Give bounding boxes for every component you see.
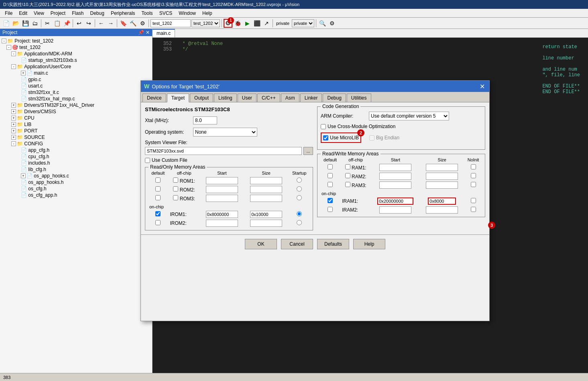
rw-ram2-size[interactable] xyxy=(426,173,458,180)
tab-asm[interactable]: Asm xyxy=(281,94,299,102)
ro-irom2-default-cb[interactable] xyxy=(155,220,161,225)
ro-rom2-offchip-cb[interactable] xyxy=(173,186,178,192)
cut-btn[interactable]: ✂ xyxy=(43,19,52,28)
expand-config[interactable]: - xyxy=(11,141,16,146)
custom-file-checkbox[interactable] xyxy=(145,158,150,163)
tab-output[interactable]: Output xyxy=(190,94,213,102)
menu-tools[interactable]: Tools xyxy=(138,10,156,17)
private-dropdown[interactable]: private xyxy=(292,19,314,27)
bigendian-cb[interactable] xyxy=(369,135,374,141)
rw-ram1-start[interactable] xyxy=(379,164,411,171)
stop-btn[interactable]: ⬛ xyxy=(252,19,261,28)
ro-irom2-size[interactable] xyxy=(250,220,282,227)
tree-file-gpioc[interactable]: 📄 gpio.c xyxy=(2,76,151,83)
ro-rom1-offchip-cb[interactable] xyxy=(173,177,178,183)
menu-svcs[interactable]: SVCS xyxy=(156,10,176,17)
target-dropdown[interactable]: test_1202 xyxy=(191,19,220,27)
tree-folder-source[interactable]: + 📁 SOURCE xyxy=(2,134,151,141)
expand-source[interactable]: + xyxy=(11,135,16,140)
search-btn[interactable]: 🔍 xyxy=(318,19,327,28)
rw-iram2-default-cb[interactable] xyxy=(328,207,333,212)
expand-port[interactable]: + xyxy=(11,128,16,133)
dialog-close-btn[interactable]: ✕ xyxy=(478,82,486,90)
save-all-btn[interactable]: 🗂 xyxy=(31,19,39,28)
tree-file-oscfg[interactable]: 📄 os_cfg.h xyxy=(2,185,151,192)
options-target-btn[interactable]: ⚙ 1 xyxy=(224,19,232,28)
copy-btn[interactable]: 📋 xyxy=(53,19,61,28)
rw-ram2-start[interactable] xyxy=(379,173,411,180)
tree-folder-config[interactable]: - 📁 CONFIG xyxy=(2,141,151,147)
tab-device[interactable]: Device xyxy=(142,94,166,102)
ro-irom1-size[interactable] xyxy=(250,211,282,218)
tree-area[interactable]: - 📁 Project: test_1202 - 🎯 test_1202 - 📁… xyxy=(0,36,152,380)
new-file-btn[interactable]: 📄 xyxy=(2,19,10,28)
xtal-input[interactable] xyxy=(193,116,217,124)
step-btn[interactable]: ↗ xyxy=(262,19,271,28)
cross-module-cb[interactable] xyxy=(321,124,326,129)
tree-file-osapphooksh[interactable]: 📄 os_app_hooks.h xyxy=(2,179,151,185)
expand-lib[interactable]: + xyxy=(11,122,16,127)
rw-iram1-noinit[interactable] xyxy=(471,198,476,203)
tree-file-mainc[interactable]: + 📄 main.c xyxy=(2,70,151,76)
tab-debug[interactable]: Debug xyxy=(323,94,346,102)
rw-ram3-size[interactable] xyxy=(426,181,458,189)
panel-pin[interactable]: 📌 xyxy=(138,30,144,35)
tree-file-stm32msp[interactable]: 📄 stm32f1xx_hal_msp.c xyxy=(2,96,151,102)
run-btn[interactable]: ▶ xyxy=(243,19,252,28)
tree-root[interactable]: - 📁 Project: test_1202 xyxy=(2,38,151,44)
ro-irom2-startup[interactable] xyxy=(297,220,302,225)
save-btn[interactable]: 💾 xyxy=(21,19,30,28)
tree-folder-cmsis[interactable]: + 📁 Drivers/CMSIS xyxy=(2,108,151,115)
project-name-input[interactable] xyxy=(151,19,191,27)
redo-btn[interactable]: ↪ xyxy=(84,19,93,28)
rw-iram2-start[interactable] xyxy=(379,206,411,214)
tree-folder-cpu[interactable]: + 📁 CPU xyxy=(2,115,151,121)
expand-usercore[interactable]: - xyxy=(11,64,16,69)
menu-view[interactable]: View xyxy=(31,10,47,17)
rw-iram2-size[interactable] xyxy=(426,206,458,214)
undo-btn[interactable]: ↩ xyxy=(75,19,83,28)
tree-file-libcfg[interactable]: 📄 lib_cfg.h xyxy=(2,166,151,173)
ro-irom1-startup[interactable] xyxy=(297,211,302,216)
tree-file-oscfgapp[interactable]: 📄 os_cfg_app.h xyxy=(2,192,151,198)
expand-mainc[interactable]: + xyxy=(21,71,26,75)
rw-iram2-noinit[interactable] xyxy=(471,207,476,212)
tab-user[interactable]: User xyxy=(238,94,256,102)
tree-target[interactable]: - 🎯 test_1202 xyxy=(2,44,151,51)
svf-input[interactable] xyxy=(145,147,302,155)
rw-iram1-size[interactable] xyxy=(428,198,456,205)
cancel-button[interactable]: Cancel xyxy=(281,239,313,249)
settings-btn[interactable]: ⚙ xyxy=(328,19,336,28)
expand-hal[interactable]: + xyxy=(11,103,16,108)
ro-rom3-offchip-cb[interactable] xyxy=(173,195,178,200)
expand-mdk[interactable]: - xyxy=(11,51,16,56)
open-btn[interactable]: 📂 xyxy=(11,19,20,28)
tree-folder-mdk[interactable]: - 📁 Application/MDK-ARM xyxy=(2,51,151,57)
paste-btn[interactable]: 📌 xyxy=(62,19,71,28)
forward-btn[interactable]: → xyxy=(106,19,115,28)
tree-folder-usercore[interactable]: - 📁 Application/User/Core xyxy=(2,63,151,70)
svf-browse-btn[interactable]: ... xyxy=(303,147,313,155)
rw-iram1-start[interactable] xyxy=(377,198,413,205)
tab-cpp[interactable]: C/C++ xyxy=(257,94,280,102)
ro-irom2-start[interactable] xyxy=(206,220,238,227)
build-btn[interactable]: 🔨 xyxy=(128,19,137,28)
ro-rom1-size[interactable] xyxy=(250,177,282,184)
rw-ram3-offchip-cb[interactable] xyxy=(345,182,350,187)
rw-ram3-noinit[interactable] xyxy=(471,182,476,187)
back-btn[interactable]: ← xyxy=(97,19,106,28)
ro-rom1-start[interactable] xyxy=(206,177,238,184)
ro-irom1-default-cb[interactable] xyxy=(155,211,161,216)
rw-ram2-noinit[interactable] xyxy=(471,173,476,178)
tree-file-osapphooksc[interactable]: + 📄 os_app_hooks.c xyxy=(2,173,151,179)
rw-ram3-start[interactable] xyxy=(379,181,411,189)
expand-target[interactable]: - xyxy=(6,45,11,50)
tab-linker[interactable]: Linker xyxy=(300,94,322,102)
menu-debug[interactable]: Debug xyxy=(87,10,108,17)
menu-help[interactable]: Help xyxy=(199,10,216,17)
microlib-cb[interactable] xyxy=(323,135,328,141)
menu-edit[interactable]: Edit xyxy=(16,10,31,17)
menu-project[interactable]: Project xyxy=(47,10,69,17)
expand-cmsis[interactable]: + xyxy=(11,109,16,114)
tab-mainc[interactable]: main.c xyxy=(153,29,175,37)
